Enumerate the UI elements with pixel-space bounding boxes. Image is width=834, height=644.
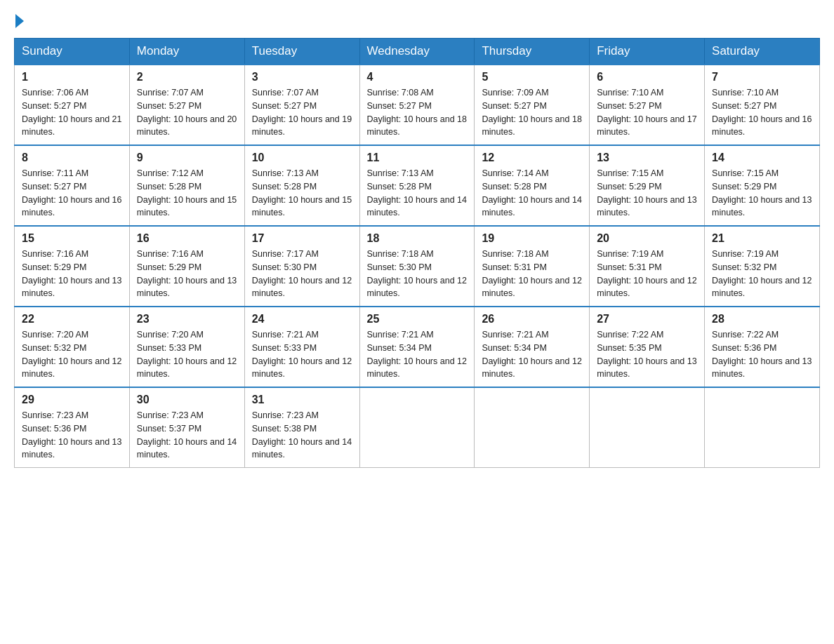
table-row: 3 Sunrise: 7:07 AM Sunset: 5:27 PM Dayli… [244,65,359,145]
sunrise-label: Sunrise: 7:12 AM [137,168,204,178]
sunset-label: Sunset: 5:27 PM [597,101,661,111]
day-number: 6 [597,71,697,83]
sunset-label: Sunset: 5:38 PM [252,424,317,434]
day-number: 12 [482,152,582,164]
table-row: 2 Sunrise: 7:07 AM Sunset: 5:27 PM Dayli… [129,65,244,145]
sunrise-label: Sunrise: 7:17 AM [252,249,319,259]
daylight-label: Daylight: 10 hours and 15 minutes. [137,195,237,218]
day-number: 14 [712,152,812,164]
table-row: 24 Sunrise: 7:21 AM Sunset: 5:33 PM Dayl… [244,307,359,387]
day-info: Sunrise: 7:21 AM Sunset: 5:33 PM Dayligh… [252,328,352,381]
table-row: 28 Sunrise: 7:22 AM Sunset: 5:36 PM Dayl… [705,307,820,387]
table-row [705,387,820,468]
sunrise-label: Sunrise: 7:23 AM [252,410,319,420]
day-info: Sunrise: 7:14 AM Sunset: 5:28 PM Dayligh… [482,167,582,220]
daylight-label: Daylight: 10 hours and 12 minutes. [367,356,467,380]
sunrise-label: Sunrise: 7:06 AM [22,88,88,98]
daylight-label: Daylight: 10 hours and 16 minutes. [22,195,121,218]
logo [14,14,24,24]
day-number: 2 [137,71,237,83]
table-row: 6 Sunrise: 7:10 AM Sunset: 5:27 PM Dayli… [590,65,705,145]
daylight-label: Daylight: 10 hours and 14 minutes. [137,437,237,460]
calendar-week-row: 29 Sunrise: 7:23 AM Sunset: 5:36 PM Dayl… [15,387,820,468]
day-number: 20 [597,232,697,245]
sunrise-label: Sunrise: 7:15 AM [712,168,779,178]
sunset-label: Sunset: 5:28 PM [482,182,546,192]
day-number: 29 [22,394,122,406]
logo-general [14,14,24,28]
sunset-label: Sunset: 5:33 PM [252,343,317,353]
day-number: 11 [367,152,468,164]
day-number: 27 [597,313,697,326]
day-info: Sunrise: 7:09 AM Sunset: 5:27 PM Dayligh… [482,86,582,139]
sunrise-label: Sunrise: 7:20 AM [137,330,204,340]
sunrise-label: Sunrise: 7:16 AM [137,249,204,259]
table-row: 17 Sunrise: 7:17 AM Sunset: 5:30 PM Dayl… [244,226,359,307]
day-number: 3 [252,71,352,83]
day-info: Sunrise: 7:23 AM Sunset: 5:36 PM Dayligh… [22,409,122,462]
table-row: 23 Sunrise: 7:20 AM Sunset: 5:33 PM Dayl… [129,307,244,387]
sunset-label: Sunset: 5:30 PM [367,262,432,272]
table-row: 26 Sunrise: 7:21 AM Sunset: 5:34 PM Dayl… [475,307,590,387]
daylight-label: Daylight: 10 hours and 18 minutes. [367,114,467,137]
day-info: Sunrise: 7:18 AM Sunset: 5:31 PM Dayligh… [482,248,582,300]
sunrise-label: Sunrise: 7:07 AM [137,88,204,98]
daylight-label: Daylight: 10 hours and 12 minutes. [482,276,581,299]
daylight-label: Daylight: 10 hours and 13 minutes. [137,276,237,299]
table-row: 11 Sunrise: 7:13 AM Sunset: 5:28 PM Dayl… [359,145,475,226]
day-number: 28 [712,313,812,326]
sunrise-label: Sunrise: 7:08 AM [367,88,434,98]
sunset-label: Sunset: 5:36 PM [22,424,86,434]
daylight-label: Daylight: 10 hours and 18 minutes. [482,114,581,137]
table-row: 13 Sunrise: 7:15 AM Sunset: 5:29 PM Dayl… [590,145,705,226]
day-info: Sunrise: 7:23 AM Sunset: 5:37 PM Dayligh… [137,409,237,462]
sunrise-label: Sunrise: 7:19 AM [712,249,779,259]
sunset-label: Sunset: 5:29 PM [712,182,776,192]
daylight-label: Daylight: 10 hours and 12 minutes. [252,276,352,299]
calendar-week-row: 15 Sunrise: 7:16 AM Sunset: 5:29 PM Dayl… [15,226,820,307]
sunrise-label: Sunrise: 7:23 AM [22,410,88,420]
calendar-week-row: 1 Sunrise: 7:06 AM Sunset: 5:27 PM Dayli… [15,65,820,145]
day-info: Sunrise: 7:22 AM Sunset: 5:36 PM Dayligh… [712,328,812,381]
day-number: 24 [252,313,352,326]
day-info: Sunrise: 7:10 AM Sunset: 5:27 PM Dayligh… [597,86,697,139]
daylight-label: Daylight: 10 hours and 13 minutes. [712,195,812,218]
sunset-label: Sunset: 5:32 PM [22,343,86,353]
day-number: 4 [367,71,468,83]
daylight-label: Daylight: 10 hours and 14 minutes. [252,437,352,460]
daylight-label: Daylight: 10 hours and 20 minutes. [137,114,237,137]
day-info: Sunrise: 7:07 AM Sunset: 5:27 PM Dayligh… [137,86,237,139]
col-saturday: Saturday [705,39,820,65]
sunset-label: Sunset: 5:28 PM [367,182,432,192]
table-row [359,387,475,468]
daylight-label: Daylight: 10 hours and 14 minutes. [482,195,581,218]
calendar-table: Sunday Monday Tuesday Wednesday Thursday… [14,38,820,468]
sunset-label: Sunset: 5:35 PM [597,343,661,353]
day-info: Sunrise: 7:15 AM Sunset: 5:29 PM Dayligh… [712,167,812,220]
calendar-header-row: Sunday Monday Tuesday Wednesday Thursday… [15,39,820,65]
table-row: 25 Sunrise: 7:21 AM Sunset: 5:34 PM Dayl… [359,307,475,387]
sunset-label: Sunset: 5:29 PM [137,262,201,272]
sunset-label: Sunset: 5:27 PM [22,101,86,111]
sunset-label: Sunset: 5:27 PM [367,101,432,111]
day-number: 7 [712,71,812,83]
daylight-label: Daylight: 10 hours and 13 minutes. [597,195,696,218]
daylight-label: Daylight: 10 hours and 13 minutes. [22,437,121,460]
table-row: 31 Sunrise: 7:23 AM Sunset: 5:38 PM Dayl… [244,387,359,468]
table-row: 18 Sunrise: 7:18 AM Sunset: 5:30 PM Dayl… [359,226,475,307]
daylight-label: Daylight: 10 hours and 17 minutes. [597,114,696,137]
sunset-label: Sunset: 5:30 PM [252,262,317,272]
day-number: 10 [252,152,352,164]
sunrise-label: Sunrise: 7:09 AM [482,88,548,98]
sunset-label: Sunset: 5:32 PM [712,262,776,272]
sunrise-label: Sunrise: 7:07 AM [252,88,319,98]
sunrise-label: Sunrise: 7:10 AM [597,88,663,98]
sunset-label: Sunset: 5:37 PM [137,424,201,434]
day-info: Sunrise: 7:08 AM Sunset: 5:27 PM Dayligh… [367,86,468,139]
sunrise-label: Sunrise: 7:13 AM [252,168,319,178]
sunrise-label: Sunrise: 7:21 AM [252,330,319,340]
daylight-label: Daylight: 10 hours and 13 minutes. [597,356,696,380]
day-info: Sunrise: 7:15 AM Sunset: 5:29 PM Dayligh… [597,167,697,220]
page-header [14,14,820,24]
day-number: 5 [482,71,582,83]
